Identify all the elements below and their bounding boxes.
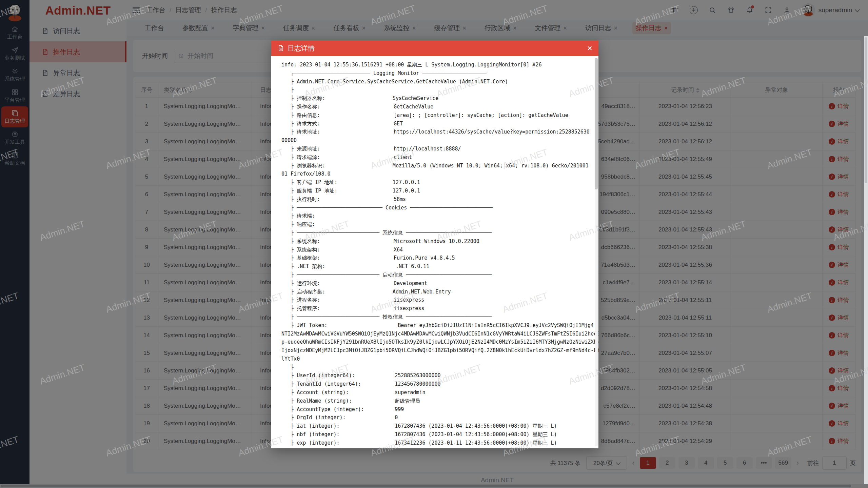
log-detail-dialog: 日志详情 × info: 2023-01-04 12:55:36.1516291… — [271, 40, 598, 448]
dialog-body: info: 2023-01-04 12:55:36.1516291 +08:00… — [271, 56, 598, 448]
document-icon — [277, 45, 284, 52]
dialog-header: 日志详情 × — [271, 40, 598, 56]
log-text: info: 2023-01-04 12:55:36.1516291 +08:00… — [271, 56, 598, 447]
dialog-scrollbar-thumb[interactable] — [595, 58, 598, 189]
close-icon[interactable]: × — [587, 44, 592, 53]
vertical-scrollbar[interactable] — [864, 36, 868, 484]
vertical-scrollbar-thumb[interactable] — [865, 37, 867, 183]
dialog-scrollbar[interactable] — [595, 58, 598, 446]
admin-net-page: 工作台业务测试系统管理平台管理日志管理开发工具帮助文档 Admin.NET 访问… — [0, 0, 868, 488]
dialog-title: 日志详情 — [288, 44, 315, 53]
